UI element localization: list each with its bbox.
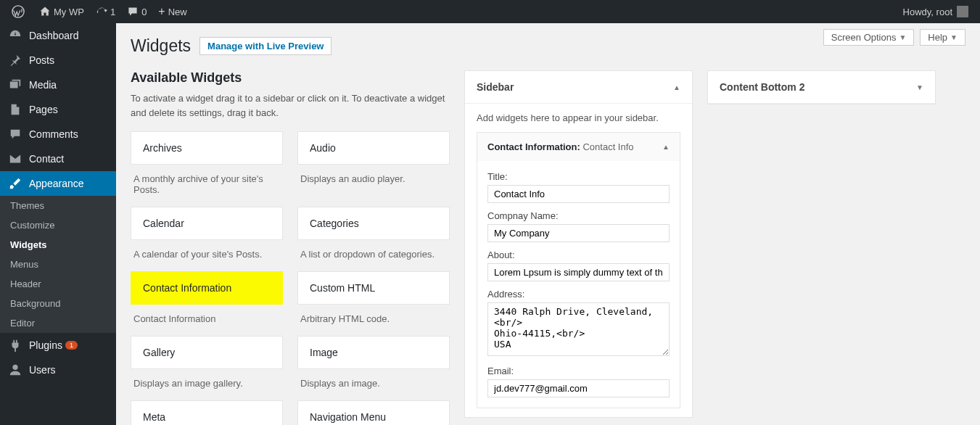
updates[interactable]: 1 (90, 0, 121, 23)
chevron-down-icon: ▼ (899, 33, 906, 41)
menu-media[interactable]: Media (0, 73, 116, 97)
comments-count: 0 (141, 7, 147, 17)
field-company-label: Compnay Name: (487, 210, 670, 221)
help-button[interactable]: Help ▼ (920, 29, 965, 46)
field-email-label: Email: (487, 366, 670, 376)
refresh-icon (96, 6, 107, 17)
sub-customize[interactable]: Customize (0, 215, 116, 235)
widget-audio[interactable]: Audio (297, 131, 450, 165)
menu-appearance[interactable]: Appearance (0, 171, 116, 196)
plus-icon: + (158, 5, 165, 18)
field-about-input[interactable] (487, 263, 670, 281)
field-email-input[interactable] (487, 379, 670, 397)
menu-pages[interactable]: Pages (0, 97, 116, 122)
widget-archives[interactable]: Archives (131, 131, 283, 165)
widget-calendar-desc: A calendar of your site's Posts. (131, 247, 283, 264)
widget-navigation-menu[interactable]: Navigation Menu (297, 400, 450, 425)
sub-header[interactable]: Header (0, 274, 116, 294)
page-icon (9, 103, 23, 116)
sub-background[interactable]: Background (0, 294, 116, 313)
svg-point-1 (12, 365, 17, 370)
menu-plugins[interactable]: Plugins 1 (0, 333, 116, 358)
user-icon (9, 363, 23, 376)
chevron-up-icon: ▲ (673, 83, 680, 91)
menu-dashboard[interactable]: Dashboard (0, 23, 116, 48)
comment-icon (127, 6, 139, 17)
menu-posts[interactable]: Posts (0, 48, 116, 73)
submenu-appearance: Themes Customize Widgets Menus Header Ba… (0, 196, 116, 333)
avatar-icon (957, 6, 968, 17)
sub-themes[interactable]: Themes (0, 196, 116, 215)
sub-widgets[interactable]: Widgets (0, 235, 116, 255)
widget-meta[interactable]: Meta (131, 400, 283, 425)
field-address-label: Address: (487, 289, 670, 300)
sidebar-panel-desc: Add widgets here to appear in your sideb… (477, 112, 680, 123)
widget-image-desc: Displays an image. (297, 376, 450, 393)
site-name-label: My WP (54, 7, 84, 17)
page-title: Widgets (131, 36, 191, 56)
widget-gallery[interactable]: Gallery (131, 336, 283, 369)
home-icon (39, 6, 51, 17)
updates-count: 1 (110, 7, 115, 17)
field-about-label: About: (487, 249, 670, 260)
available-widgets-title: Available Widgets (131, 70, 450, 86)
chevron-down-icon: ▼ (950, 33, 958, 41)
widget-categories-desc: A list or dropdown of categories. (297, 247, 450, 264)
widget-instance-header[interactable]: Contact Information: Contact Info ▲ (477, 133, 680, 161)
sub-menus[interactable]: Menus (0, 255, 116, 274)
admin-bar: My WP 1 0 + New Howdy, root (0, 0, 980, 23)
plugin-icon (9, 339, 23, 352)
mail-icon (9, 152, 23, 165)
widget-image[interactable]: Image (297, 336, 450, 369)
brush-icon (9, 177, 23, 190)
plugins-count-badge: 1 (65, 341, 78, 350)
field-company-input[interactable] (487, 224, 670, 242)
wordpress-icon (12, 5, 25, 18)
comment-icon (9, 128, 23, 141)
content-bottom-column: Content Bottom 2 ▼ (707, 70, 936, 425)
widget-instance-contact-info: Contact Information: Contact Info ▲ Titl… (477, 132, 680, 408)
new-label: New (168, 7, 187, 17)
field-title-input[interactable] (487, 185, 670, 203)
my-account[interactable]: Howdy, root (897, 0, 974, 23)
widget-calendar[interactable]: Calendar (131, 207, 283, 240)
menu-contact[interactable]: Contact (0, 147, 116, 171)
wp-logo[interactable] (6, 0, 33, 23)
available-widgets-desc: To activate a widget drag it to a sideba… (131, 91, 450, 120)
chevron-down-icon: ▼ (916, 83, 923, 91)
sidebar-panel-header[interactable]: Sidebar ▲ (465, 71, 692, 104)
widget-audio-desc: Displays an audio player. (297, 172, 450, 199)
chevron-up-icon: ▲ (662, 143, 670, 151)
content-bottom-panel-header[interactable]: Content Bottom 2 ▼ (708, 71, 935, 104)
media-icon (9, 78, 23, 91)
menu-users[interactable]: Users (0, 358, 116, 382)
menu-comments[interactable]: Comments (0, 122, 116, 147)
widget-categories[interactable]: Categories (297, 207, 450, 240)
admin-menu: Dashboard Posts Media Pages Comments Con… (0, 23, 116, 425)
sidebar-widget-area-column: Sidebar ▲ Add widgets here to appear in … (464, 70, 693, 425)
comments-bubble[interactable]: 0 (121, 0, 152, 23)
howdy-label: Howdy, root (903, 7, 952, 17)
widget-archives-desc: A monthly archive of your site's Posts. (131, 172, 283, 199)
content-area: Screen Options ▼ Help ▼ Widgets Manage w… (116, 23, 980, 425)
widget-custom-html[interactable]: Custom HTML (297, 271, 450, 305)
widget-contact-information-desc: Contact Information (131, 312, 283, 329)
manage-live-preview-button[interactable]: Manage with Live Preview (199, 37, 332, 55)
dashboard-icon (9, 29, 23, 42)
widget-gallery-desc: Displays an image gallery. (131, 376, 283, 393)
screen-options-button[interactable]: Screen Options ▼ (823, 29, 915, 46)
site-home[interactable]: My WP (33, 0, 90, 23)
widget-custom-html-desc: Arbitrary HTML code. (297, 312, 450, 329)
available-widgets-column: Available Widgets To activate a widget d… (131, 70, 450, 425)
sub-editor[interactable]: Editor (0, 313, 116, 333)
field-address-textarea[interactable] (487, 302, 670, 356)
new-content[interactable]: + New (152, 0, 192, 23)
field-title-label: Title: (487, 171, 670, 182)
widget-contact-information[interactable]: Contact Information (131, 271, 283, 305)
pin-icon (9, 54, 23, 67)
